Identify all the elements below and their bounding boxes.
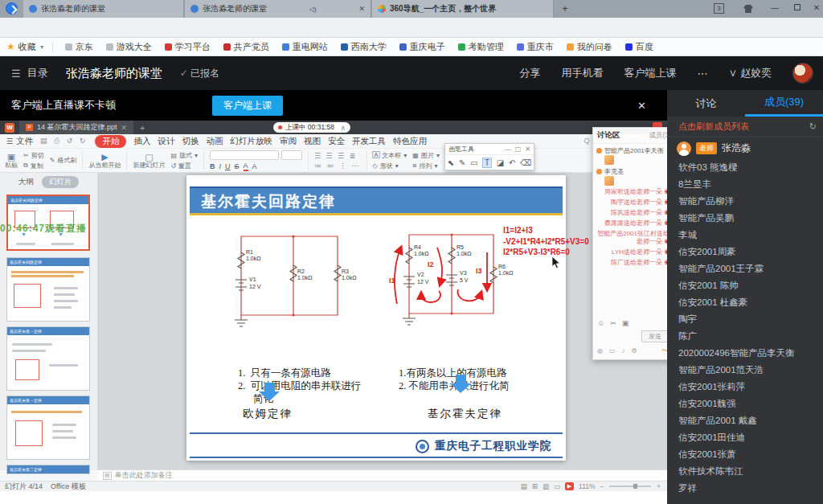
menu-home[interactable]: 开始 xyxy=(95,135,126,148)
slide-thumbnail-4[interactable]: 基尔霍夫第一定律 xyxy=(6,395,90,460)
panel-minimize-icon[interactable]: — xyxy=(505,145,511,153)
avatar[interactable] xyxy=(792,63,813,84)
window-maximize-button[interactable] xyxy=(792,3,803,12)
favorites-star-icon[interactable]: ★ xyxy=(6,41,15,52)
music-icon[interactable]: ♪ xyxy=(622,347,625,354)
chat-image[interactable] xyxy=(604,176,614,186)
watch-on-phone-button[interactable]: 用手机看 xyxy=(562,66,604,80)
menu-item[interactable]: 动画 xyxy=(206,136,223,147)
underline-button[interactable]: U xyxy=(225,162,231,170)
bookmark-item[interactable]: 学习平台 xyxy=(160,39,215,55)
delete-tool-icon[interactable]: ⌫ xyxy=(520,158,531,167)
font-size-select[interactable] xyxy=(281,150,302,160)
notice-close-icon[interactable]: ✕ xyxy=(637,100,646,112)
new-tab-button[interactable]: + xyxy=(559,2,571,15)
live-status-pill[interactable]: 上课中 00:31:58 ∧ xyxy=(273,122,350,133)
copy-button[interactable]: ⧉ 复制 xyxy=(23,162,44,170)
chat-image[interactable] xyxy=(604,155,614,165)
slide-thumbnail-2[interactable]: 基尔霍夫回路定律 xyxy=(6,257,90,322)
play-from-current-button[interactable]: ▶从当前开始 xyxy=(88,152,121,170)
bold-button[interactable]: B xyxy=(210,162,215,170)
menu-item[interactable]: 特色应用 xyxy=(393,136,427,147)
refresh-members-button[interactable]: 点击刷新成员列表 ↻ xyxy=(667,117,823,137)
user-menu[interactable]: ∨ 赵姣奕 xyxy=(729,66,772,80)
favorites-label[interactable]: 收藏 xyxy=(18,41,36,53)
window-minimize-button[interactable]: — xyxy=(769,3,780,12)
shape-button[interactable]: ◇ 形状 ▾ xyxy=(373,162,407,170)
zoom-in-icon[interactable]: ＋ xyxy=(656,481,663,491)
bookmark-item[interactable]: 重庆电子 xyxy=(395,39,450,55)
bookmark-item[interactable]: 京东 xyxy=(60,39,98,55)
bookmark-item[interactable]: 考勤管理 xyxy=(453,39,509,55)
font-family-select[interactable] xyxy=(210,150,279,160)
doc-tab-close-icon[interactable]: ✕ xyxy=(121,124,128,132)
cut-button[interactable]: ✂ 剪切 xyxy=(23,151,44,160)
browser-logo-icon[interactable] xyxy=(6,2,18,14)
client-class-button[interactable]: 客户端上课 xyxy=(624,66,677,80)
settings-icon[interactable]: ⚙ xyxy=(632,347,637,354)
mic-icon[interactable]: ◍ xyxy=(597,347,603,354)
member-list[interactable]: 软件03 熊逸樑 8兰昱丰 智能产品柳洋 智能产品吴鹏 李城 信安2001周豪 … xyxy=(667,159,823,497)
bookmark-item[interactable]: 重庆市 xyxy=(512,39,559,55)
screenshot-icon[interactable]: ✂ xyxy=(610,319,616,327)
refresh-icon[interactable]: ↻ xyxy=(809,121,817,132)
tab-members[interactable]: 成员(39) xyxy=(745,90,823,117)
slide-thumbnail-3[interactable]: 基尔霍夫第一定律 xyxy=(6,326,90,391)
menu-item[interactable]: 设计 xyxy=(158,136,174,147)
zoom-out-icon[interactable]: − xyxy=(600,482,604,490)
eraser-tool-icon[interactable]: ◪ xyxy=(497,158,504,167)
bookmark-item[interactable]: 重电网站 xyxy=(277,39,333,55)
reset-button[interactable]: ↺ 重置 xyxy=(170,162,198,170)
wps-new-doc-button[interactable]: + xyxy=(140,123,145,133)
chat-icon[interactable]: ▭ xyxy=(609,347,616,354)
pen-tool-icon[interactable]: ✎ xyxy=(459,158,465,167)
share-button[interactable]: 分享 xyxy=(520,66,541,80)
picture-button[interactable]: ▦ 图片 ▾ xyxy=(412,151,440,160)
menu-item[interactable]: 审阅 xyxy=(280,136,297,147)
menu-item[interactable]: 开发工具 xyxy=(352,136,386,147)
select-tool-icon[interactable]: ⬉ xyxy=(448,158,454,167)
slides-tab[interactable]: 幻灯片 xyxy=(42,176,80,188)
new-slide-button[interactable]: ▢新建幻灯片 xyxy=(133,152,165,170)
menu-item[interactable]: 插入 xyxy=(133,136,150,147)
tab-audio-icon[interactable]: ◁) xyxy=(309,6,317,13)
menu-item[interactable]: 视图 xyxy=(304,136,321,147)
slide-thumbnail-5[interactable]: 基尔霍夫第二定律 xyxy=(6,465,90,474)
arrange-button[interactable]: ⧈ 排列 ▾ xyxy=(412,162,440,170)
view-normal-icon[interactable]: ▤ xyxy=(521,482,527,490)
menu-item[interactable]: 安全 xyxy=(328,136,345,147)
menu-item[interactable]: 幻灯片放映 xyxy=(230,136,272,147)
toc-label[interactable]: 目录 xyxy=(27,66,48,80)
more-icon[interactable]: ⋯ xyxy=(698,68,708,80)
wps-logo-icon[interactable]: W xyxy=(5,123,14,133)
tab-close-icon[interactable]: ✕ xyxy=(358,5,365,13)
text-box-button[interactable]: 🄰 文本框 ▾ xyxy=(373,151,407,160)
format-painter-button[interactable]: ✎ 格式刷 xyxy=(50,156,77,165)
text-tool-icon[interactable]: T xyxy=(482,158,492,168)
outline-tab[interactable]: 大纲 xyxy=(18,177,34,187)
send-button[interactable]: 发送 xyxy=(641,330,669,342)
emoji-icon[interactable]: ☺ xyxy=(597,319,604,327)
favorites-caret-icon[interactable]: ▼ xyxy=(39,44,45,50)
zoom-slider[interactable] xyxy=(609,486,651,487)
browser-tab-1[interactable]: 张浩淼老师的课堂 xyxy=(23,0,184,18)
view-sorter-icon[interactable]: ▥ xyxy=(543,482,549,490)
collapse-icon[interactable]: ∧ xyxy=(341,124,346,132)
browser-tab-3[interactable]: 360导航_一个主页，整个世界 xyxy=(372,0,554,18)
member-row-teacher[interactable]: 老师 张浩淼 xyxy=(667,137,823,159)
message-list[interactable]: 智能产品2001李天衡 李克圣 周家乾送给老师一朵 ❀ 陶宇送给老师一朵 ❀ 陈… xyxy=(593,144,673,318)
undo-tool-icon[interactable]: ↶ xyxy=(509,158,515,167)
toc-menu-icon[interactable]: ☰ xyxy=(11,68,21,80)
bookmark-item[interactable]: 游戏大全 xyxy=(101,39,157,55)
view-grid-icon[interactable]: ⊞ xyxy=(532,482,538,490)
paste-button[interactable]: ▣粘贴 xyxy=(5,152,18,170)
bookmark-item[interactable]: 西南大学 xyxy=(336,39,391,55)
italic-button[interactable]: I xyxy=(219,162,221,170)
bookmark-item[interactable]: 共产党员 xyxy=(219,39,274,55)
image-icon[interactable]: ▣ xyxy=(622,319,629,327)
client-class-cta-button[interactable]: 客户端上课 xyxy=(212,96,283,116)
list-buttons[interactable]: ≔ ≕ ⋮ ⋯ xyxy=(314,162,361,170)
font-color-button[interactable]: A xyxy=(244,162,248,171)
rectangle-tool-icon[interactable]: ▭ xyxy=(470,158,477,167)
layout-button[interactable]: ▤ 版式 ▾ xyxy=(170,151,198,160)
